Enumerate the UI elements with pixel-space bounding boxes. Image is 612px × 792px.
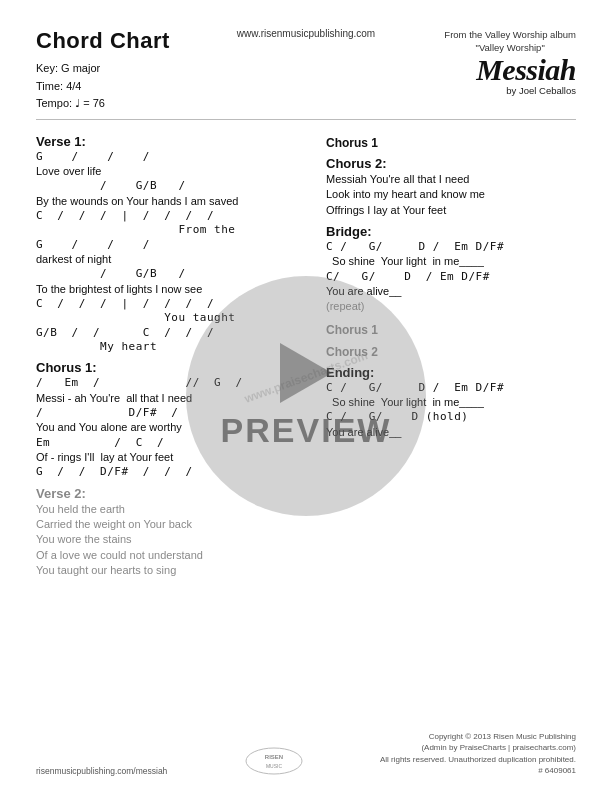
v2-lyric4: Of a love we could not understand: [36, 548, 306, 563]
v1-chord7: C / / / | / / / /: [36, 297, 306, 311]
v1-chord2: / G/B /: [36, 179, 306, 193]
v1-chord9: G/B / / C / / /: [36, 326, 306, 340]
verse1-block: Verse 1: G / / / Love over life / G/B / …: [36, 134, 306, 355]
c1-lyric2: You and You alone are worthy: [36, 420, 306, 435]
chorus1-right-title: Chorus 1: [326, 136, 576, 150]
end-chord1: C / G/ D / Em D/F#: [326, 381, 576, 395]
ending-title: Ending:: [326, 365, 576, 380]
c1-chord4: G / / D/F# / / /: [36, 465, 306, 479]
v1-chord5: G / / /: [36, 238, 306, 252]
svg-text:MUSIC: MUSIC: [266, 763, 283, 769]
footer: risenmusicpublishing.com/messiah RISEN M…: [36, 731, 576, 776]
chorus1-left-title: Chorus 1:: [36, 360, 306, 375]
footer-copyright: Copyright © 2013 Risen Music Publishing …: [380, 731, 576, 776]
c1-lyric1: Messi - ah You're all that I need: [36, 391, 306, 406]
verse2-block: Verse 2: You held the earth Carried the …: [36, 486, 306, 579]
v1-chord8: You taught: [36, 311, 306, 325]
time-label: Time: 4/4: [36, 78, 170, 96]
c1-lyric3: Of - rings I'll lay at Your feet: [36, 450, 306, 465]
v1-lyric3: darkest of night: [36, 252, 306, 267]
c1-chord3: Em / C /: [36, 436, 306, 450]
svg-point-0: [246, 748, 302, 774]
v1-chord3: C / / / | / / / /: [36, 209, 306, 223]
chorus2-title: Chorus 2:: [326, 156, 576, 171]
ch2-lyric1: Messiah You're all that I need: [326, 172, 576, 187]
header: Chord Chart Key: G major Time: 4/4 Tempo…: [36, 28, 576, 113]
right-column: Chorus 1 Chorus 2: Messiah You're all th…: [326, 128, 576, 585]
chorus1-left-block: Chorus 1: / Em / // G / Messi - ah You'r…: [36, 360, 306, 479]
verse1-title: Verse 1:: [36, 134, 306, 149]
v2-lyric3: You wore the stains: [36, 532, 306, 547]
ch2-lyric2: Look into my heart and know me: [326, 187, 576, 202]
header-divider: [36, 119, 576, 120]
v1-chord1: G / / /: [36, 150, 306, 164]
v2-lyric1: You held the earth: [36, 502, 306, 517]
left-column: Verse 1: G / / / Love over life / G/B / …: [36, 128, 306, 585]
br-chord2: C/ G/ D / Em D/F#: [326, 270, 576, 284]
end-lyric2: You are alive__: [326, 425, 576, 440]
end-chord2: C / G/ D (hold): [326, 410, 576, 424]
v1-chord10: My heart: [36, 340, 306, 354]
ending-block: Ending: C / G/ D / Em D/F# So shine Your…: [326, 365, 576, 440]
v1-lyric4: To the brightest of lights I now see: [36, 282, 306, 297]
v2-lyric2: Carried the weight on Your back: [36, 517, 306, 532]
header-left: Chord Chart Key: G major Time: 4/4 Tempo…: [36, 28, 170, 113]
footer-logo: RISEN MUSIC: [244, 746, 304, 776]
br-repeat: (repeat): [326, 299, 576, 314]
br-chord1: C / G/ D / Em D/F#: [326, 240, 576, 254]
website: www.risenmusicpublishing.com: [237, 28, 375, 39]
key-info: Key: G major Time: 4/4 Tempo: ♩ = 76: [36, 60, 170, 113]
br-lyric2: You are alive__: [326, 284, 576, 299]
c1-chord1: / Em / // G /: [36, 376, 306, 390]
bridge-block: Bridge: C / G/ D / Em D/F# So shine Your…: [326, 224, 576, 315]
ch2-lyric3: Offrings I lay at Your feet: [326, 203, 576, 218]
verse2-title: Verse 2:: [36, 486, 306, 501]
v1-lyric1: Love over life: [36, 164, 306, 179]
chorus2-repeat-block: Chorus 2: [326, 345, 576, 359]
v1-chord6: / G/B /: [36, 267, 306, 281]
chorus2-repeat-title: Chorus 2: [326, 345, 576, 359]
tempo-label: Tempo: ♩ = 76: [36, 95, 170, 113]
bridge-title: Bridge:: [326, 224, 576, 239]
page: Chord Chart Key: G major Time: 4/4 Tempo…: [0, 0, 612, 792]
main-content: Verse 1: G / / / Love over life / G/B / …: [36, 128, 576, 585]
end-lyric1: So shine Your light in me____: [326, 395, 576, 410]
risen-music-logo: RISEN MUSIC: [244, 746, 304, 776]
chorus1-repeat-block: Chorus 1: [326, 323, 576, 337]
chorus1-right-block: Chorus 1: [326, 136, 576, 150]
header-center: www.risenmusicpublishing.com: [237, 28, 375, 39]
header-right: From the Valley Worship album "Valley Wo…: [444, 28, 576, 96]
v1-lyric2: By the wounds on Your hands I am saved: [36, 194, 306, 209]
chord-chart-title: Chord Chart: [36, 28, 170, 54]
song-title: Messiah: [444, 55, 576, 85]
chorus1-repeat-title: Chorus 1: [326, 323, 576, 337]
svg-text:RISEN: RISEN: [264, 754, 282, 760]
v2-lyric5: You taught our hearts to sing: [36, 563, 306, 578]
v1-chord4: From the: [36, 223, 306, 237]
br-lyric1: So shine Your light in me____: [326, 254, 576, 269]
chorus2-block: Chorus 2: Messiah You're all that I need…: [326, 156, 576, 218]
c1-chord2: / D/F# /: [36, 406, 306, 420]
key-label: Key: G major: [36, 60, 170, 78]
from-album: From the Valley Worship album "Valley Wo…: [444, 28, 576, 55]
by-author: by Joel Ceballos: [444, 85, 576, 96]
footer-url: risenmusicpublishing.com/messiah: [36, 766, 167, 776]
